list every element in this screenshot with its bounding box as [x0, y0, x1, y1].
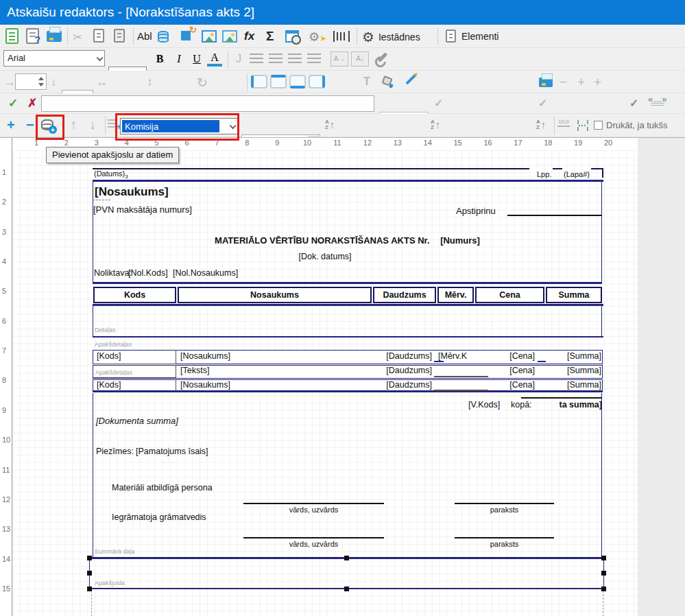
header-kods[interactable]: Kods — [93, 287, 176, 303]
confirm-1-button[interactable]: ✓ — [434, 97, 443, 110]
decimal-format-button[interactable]: 10.0 — [557, 119, 570, 127]
label-sign-2[interactable]: paraksts — [455, 540, 554, 548]
text-direction-v-button[interactable]: A↓ — [351, 51, 369, 67]
field-kods[interactable]: [Kods] — [97, 351, 121, 361]
label-apstiprinu[interactable]: Apstiprinu — [456, 206, 496, 216]
band-label-apaksdetalas-2[interactable]: Apakšdetaļas — [95, 369, 132, 376]
align-center-button[interactable] — [269, 54, 283, 63]
remove-band-button[interactable]: − — [26, 117, 34, 133]
apply-button[interactable]: ✓ — [8, 96, 18, 110]
bold-button[interactable]: B — [152, 51, 167, 67]
title-band[interactable] — [93, 182, 602, 284]
data-text-tool-button[interactable] — [158, 31, 169, 40]
text-list-button[interactable]: «…» — [648, 95, 666, 106]
label-sign-1[interactable]: paraksts — [455, 506, 554, 514]
band-spacing-button[interactable] — [576, 119, 590, 132]
selection-handle[interactable] — [601, 571, 606, 576]
underline-button[interactable]: U — [189, 51, 204, 67]
justify-button[interactable]: J — [232, 51, 245, 67]
transparency-button[interactable]: T — [363, 75, 370, 88]
field-daudzums[interactable]: [Daudzums] — [374, 351, 432, 361]
format-tools-button[interactable] — [377, 56, 388, 59]
label-noliktava[interactable]: Noliktava: — [94, 268, 132, 278]
expression-input[interactable] — [41, 95, 374, 112]
zoom-out-button[interactable]: − — [560, 75, 567, 90]
move-band-up-button[interactable]: ↑ — [70, 117, 77, 132]
italic-button[interactable]: I — [171, 51, 187, 67]
band-label-apaksdetalas-1[interactable]: Apakšdetaļas — [95, 341, 132, 348]
label-kopa[interactable]: kopā: — [511, 400, 532, 410]
text-tool-button[interactable]: Abl — [137, 30, 152, 42]
field-cena[interactable]: [Cena] — [480, 380, 535, 390]
band-label-detalas[interactable]: Detaļas — [95, 327, 116, 333]
label-name-1[interactable]: vārds, uzvārds — [243, 506, 384, 514]
print-if-empty-checkbox[interactable] — [594, 121, 603, 130]
copy-button[interactable] — [93, 29, 104, 43]
field-vkods[interactable]: [V.Kods] — [468, 400, 500, 410]
header-nosaukums[interactable]: Nosaukums — [178, 287, 372, 303]
field-nol-nosaukums[interactable]: [Nol.Nosaukums] — [173, 268, 238, 278]
report-properties-button[interactable]: ? — [26, 28, 39, 44]
selection-handle[interactable] — [87, 571, 92, 576]
field-nol-kods[interactable]: [Nol.Kods] — [128, 268, 168, 278]
border-right-button[interactable] — [309, 75, 325, 88]
settings-button[interactable]: ⚙ Iestādnes — [362, 29, 420, 45]
font-family-select[interactable]: Arial — [3, 50, 105, 67]
border-left-button[interactable] — [251, 75, 267, 88]
fill-color-button[interactable] — [383, 77, 392, 85]
band-label-summara-dala[interactable]: Summārā daļa — [95, 548, 135, 555]
detail-band[interactable] — [93, 306, 602, 336]
field-group-sum[interactable]: ta summa] — [542, 400, 602, 410]
shape-tool-button[interactable] — [181, 31, 191, 40]
date-tool-button[interactable] — [285, 30, 299, 43]
align-justify-button[interactable] — [307, 54, 321, 63]
field-summa[interactable]: [Summa] — [546, 351, 601, 361]
cancel-button[interactable]: ✗ — [27, 96, 37, 110]
run-button[interactable]: ⚙➤ — [309, 29, 326, 45]
zoom-in2-button[interactable]: + — [594, 75, 601, 90]
label-person-2[interactable]: Iegrāmatoja grāmatvedis — [112, 512, 206, 522]
field-lapa[interactable]: (Lapa#) — [564, 170, 590, 178]
elements-button[interactable]: Elementi — [446, 29, 498, 43]
add-band-button[interactable]: + — [7, 117, 15, 133]
field-kods[interactable]: [Kods] — [97, 380, 121, 390]
save-report-button[interactable] — [5, 28, 19, 44]
cut-button[interactable]: ✂ — [73, 30, 82, 45]
field-nosaukums[interactable]: [Nosaukums] — [180, 380, 230, 390]
field-pvn[interactable]: [PVN maksātāja numurs] — [93, 204, 192, 215]
confirm-2-button[interactable]: ✓ — [538, 97, 547, 110]
align-left-button[interactable] — [250, 54, 263, 63]
zoom-in-button[interactable]: + — [577, 75, 585, 90]
x-position-input[interactable] — [15, 73, 47, 90]
image-tool-button[interactable] — [202, 30, 217, 43]
label-person-1[interactable]: Materiāli atbildīgā persona — [112, 483, 213, 493]
field-nosaukums[interactable]: [Nosaukums] — [95, 185, 169, 199]
spinner-arrows-icon[interactable] — [37, 75, 45, 88]
field-merv[interactable]: [Mērv.K — [438, 351, 472, 361]
field-summa[interactable]: [Summa] — [546, 366, 601, 375]
label-name-2[interactable]: vārds, uzvārds — [243, 540, 384, 548]
header-summa[interactable]: Summa — [546, 287, 602, 303]
footer-band-selected[interactable] — [89, 557, 604, 589]
header-daudzums[interactable]: Daudzums — [373, 287, 436, 303]
font-color-button[interactable]: A — [207, 51, 222, 67]
confirm-3-button[interactable]: ✓ — [629, 97, 638, 110]
printable-button[interactable] — [539, 73, 553, 87]
label-lpp[interactable]: Lpp. — [537, 170, 551, 178]
header-merv[interactable]: Mērv. — [437, 287, 474, 303]
border-top-button[interactable] — [270, 75, 287, 88]
field-daudzums[interactable]: [Daudzums] — [374, 366, 432, 375]
sum-button[interactable]: Σ — [266, 29, 274, 44]
paste-button[interactable] — [114, 29, 125, 43]
band-separator[interactable] — [93, 336, 603, 337]
barcode-tool-button[interactable] — [333, 31, 350, 42]
field-numurs[interactable]: [Numurs] — [440, 235, 480, 246]
field-dok-datums[interactable]: [Dok. datums] — [93, 252, 557, 261]
selection-handle[interactable] — [601, 587, 606, 591]
selection-handle[interactable] — [87, 587, 92, 591]
label-piezimes[interactable]: Piezīmes: — [96, 447, 134, 456]
field-daudzums[interactable]: [Daudzums] — [374, 380, 432, 390]
border-bottom-button[interactable] — [289, 75, 306, 88]
print-button[interactable] — [47, 27, 62, 42]
sort-2-button[interactable]: AZ↑ — [431, 119, 440, 130]
